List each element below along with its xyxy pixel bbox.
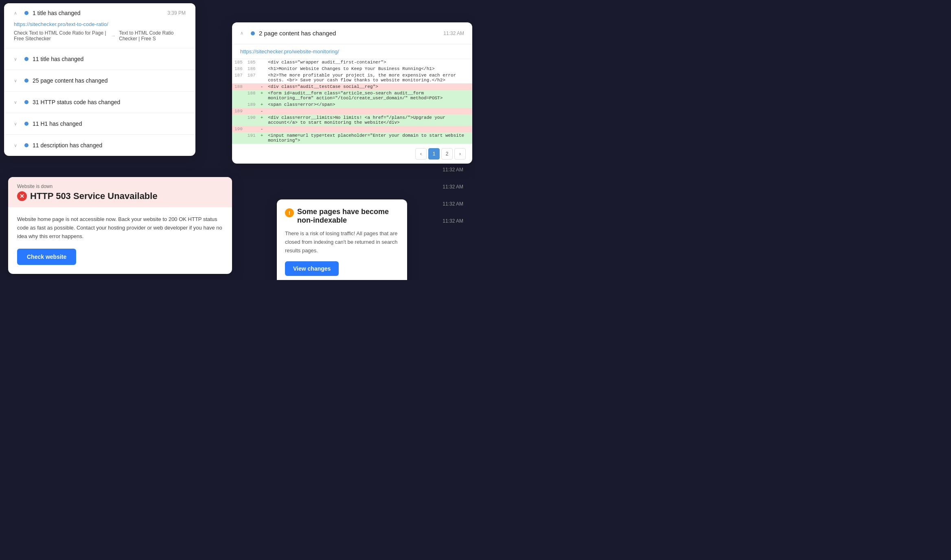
change-dot bbox=[24, 79, 28, 83]
diff-content: <div class=error__limits>No limits! <a h… bbox=[265, 114, 472, 126]
check-website-button[interactable]: Check website bbox=[17, 249, 76, 265]
title-change-expanded: ∧ 1 title has changed 3:39 PM https://si… bbox=[4, 3, 195, 48]
line-num: 190 bbox=[245, 114, 258, 126]
list-item: ∨ 31 HTTP status code has changed bbox=[4, 92, 195, 113]
line-num: 185 bbox=[245, 59, 258, 66]
chevron-down-icon[interactable]: ∨ bbox=[14, 78, 20, 83]
line-num bbox=[232, 114, 245, 126]
line-num bbox=[232, 101, 245, 108]
diff-row-added: 188 + <form id=audit__form class="articl… bbox=[232, 90, 472, 101]
timestamp: 11:32 AM bbox=[443, 184, 463, 190]
timestamp: 11:32 AM bbox=[443, 218, 463, 224]
list-item: ∨ 11 title has changed bbox=[4, 48, 195, 70]
chevron-down-icon[interactable]: ∨ bbox=[14, 121, 20, 127]
http503-header: Website is down ✕ HTTP 503 Service Unava… bbox=[8, 177, 232, 207]
line-num: 187 bbox=[245, 72, 258, 83]
http503-subtitle: Website is down bbox=[17, 184, 223, 189]
diff-header-time: 11:32 AM bbox=[443, 31, 464, 36]
diff-row: 185 185 <div class="wrapper audit__first… bbox=[232, 59, 472, 66]
new-title: Text to HTML Code Ratio Checker | Free S bbox=[119, 30, 186, 42]
diff-sign: + bbox=[258, 132, 266, 144]
code-diff-card: ∧ 2 page content has changed 11:32 AM ht… bbox=[232, 22, 472, 164]
old-title: Check Text to HTML Code Ratio for Page |… bbox=[14, 30, 107, 42]
diff-content: <div class="wrapper audit__first-contain… bbox=[265, 59, 472, 66]
diff-sign bbox=[258, 72, 266, 83]
diff-sign: + bbox=[258, 101, 266, 108]
line-num bbox=[232, 132, 245, 144]
line-num bbox=[245, 108, 258, 114]
diff-content: <input name=url type=text placeholder="E… bbox=[265, 132, 472, 144]
line-num: 187 bbox=[232, 72, 245, 83]
change-label: 11 H1 has changed bbox=[33, 120, 82, 127]
diff-content bbox=[265, 126, 472, 132]
chevron-down-icon[interactable]: ∨ bbox=[14, 57, 20, 62]
http503-title-text: HTTP 503 Service Unavailable bbox=[30, 191, 158, 201]
side-timestamps: 11:32 AM 11:32 AM 11:32 AM 11:32 AM bbox=[443, 167, 463, 224]
diff-row-added: 191 + <input name=url type=text placehol… bbox=[232, 132, 472, 144]
diff-sign: - bbox=[258, 126, 266, 132]
line-num bbox=[245, 126, 258, 132]
diff-content: <h2>The more profitable your project is,… bbox=[265, 72, 472, 83]
change-dot bbox=[24, 11, 28, 15]
diff-content: <form id=audit__form class="article_seo-… bbox=[265, 90, 472, 101]
change-dot bbox=[251, 31, 255, 35]
prev-page-button[interactable]: ‹ bbox=[415, 148, 427, 160]
list-item: ∨ 25 page content has changed bbox=[4, 70, 195, 92]
http503-description: Website home page is not accessible now.… bbox=[17, 215, 223, 241]
change-dot bbox=[24, 122, 28, 126]
page-2-button[interactable]: 2 bbox=[441, 148, 453, 160]
diff-header-label: 2 page content has changed bbox=[259, 30, 336, 37]
changes-list-card: ∧ 1 title has changed 3:39 PM https://si… bbox=[4, 3, 195, 156]
chevron-up-icon[interactable]: ∧ bbox=[14, 11, 20, 16]
change-dot bbox=[24, 100, 28, 104]
error-icon: ✕ bbox=[17, 191, 27, 201]
diff-content: <div class="audit__testCase social__reg"… bbox=[265, 83, 472, 90]
page-1-button[interactable]: 1 bbox=[428, 148, 440, 160]
line-num: 189 bbox=[245, 101, 258, 108]
chevron-up-icon[interactable]: ∧ bbox=[240, 31, 247, 36]
chevron-down-icon[interactable]: ∨ bbox=[14, 100, 20, 105]
timestamp: 11:32 AM bbox=[443, 201, 463, 207]
line-num: 191 bbox=[245, 132, 258, 144]
line-num bbox=[245, 83, 258, 90]
http503-card: Website is down ✕ HTTP 503 Service Unava… bbox=[8, 177, 232, 274]
diff-content: <span class=error></span> bbox=[265, 101, 472, 108]
diff-sign: - bbox=[258, 108, 266, 114]
change-label: 25 page content has changed bbox=[33, 77, 108, 84]
view-changes-button[interactable]: View changes bbox=[285, 261, 339, 276]
line-num: 188 bbox=[232, 83, 245, 90]
timestamp: 11:32 AM bbox=[443, 167, 463, 173]
diff-sign: - bbox=[258, 83, 266, 90]
change-label: 31 HTTP status code has changed bbox=[33, 99, 120, 105]
diff-row-removed: 188 - <div class="audit__testCase social… bbox=[232, 83, 472, 90]
http503-body: Website home page is not accessible now.… bbox=[8, 207, 232, 274]
diff-pagination: ‹ 1 2 › bbox=[232, 144, 472, 164]
diff-sign: + bbox=[258, 90, 266, 101]
line-num: 190 bbox=[232, 126, 245, 132]
line-num: 189 bbox=[232, 108, 245, 114]
title-change-label: 1 title has changed bbox=[33, 10, 81, 16]
arrow-icon: → bbox=[111, 33, 116, 39]
line-num: 185 bbox=[232, 59, 245, 66]
diff-url[interactable]: https://sitechecker.pro/website-monitori… bbox=[232, 44, 472, 59]
line-num: 188 bbox=[245, 90, 258, 101]
change-dot bbox=[24, 143, 28, 147]
nonindex-card: ! Some pages have become non-indexable T… bbox=[277, 199, 407, 280]
diff-header: ∧ 2 page content has changed 11:32 AM bbox=[232, 22, 472, 44]
diff-row-added: 190 + <div class=error__limits>No limits… bbox=[232, 114, 472, 126]
warning-icon: ! bbox=[285, 208, 294, 217]
chevron-down-icon[interactable]: ∨ bbox=[14, 143, 20, 148]
next-page-button[interactable]: › bbox=[454, 148, 466, 160]
diff-content bbox=[265, 108, 472, 114]
diff-table: 185 185 <div class="wrapper audit__first… bbox=[232, 59, 472, 144]
diff-content: <h1>Monitor Website Changes to Keep Your… bbox=[265, 66, 472, 72]
line-num bbox=[232, 90, 245, 101]
title-change-url[interactable]: https://sitechecker.pro/text-to-code-rat… bbox=[14, 21, 108, 27]
nonindex-description: There is a risk of losing traffic! All p… bbox=[285, 230, 399, 255]
diff-row: 187 187 <h2>The more profitable your pro… bbox=[232, 72, 472, 83]
line-num: 186 bbox=[245, 66, 258, 72]
title-change-time: 3:39 PM bbox=[167, 10, 186, 16]
change-dot bbox=[24, 57, 28, 61]
http503-title: ✕ HTTP 503 Service Unavailable bbox=[17, 191, 223, 201]
list-item: ∨ 11 description has changed bbox=[4, 135, 195, 156]
